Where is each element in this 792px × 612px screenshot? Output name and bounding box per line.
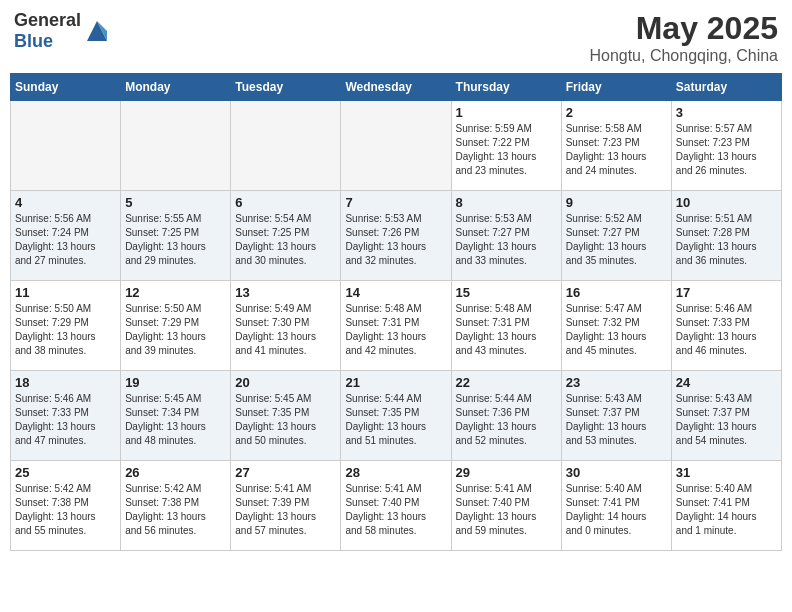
location-label: Hongtu, Chongqing, China xyxy=(589,47,778,65)
weekday-header-sunday: Sunday xyxy=(11,74,121,101)
calendar-cell: 9Sunrise: 5:52 AM Sunset: 7:27 PM Daylig… xyxy=(561,191,671,281)
month-year-title: May 2025 xyxy=(589,10,778,47)
day-number: 24 xyxy=(676,375,777,390)
logo-text: General Blue xyxy=(14,10,81,52)
day-number: 16 xyxy=(566,285,667,300)
day-detail: Sunrise: 5:46 AM Sunset: 7:33 PM Dayligh… xyxy=(15,392,116,448)
day-detail: Sunrise: 5:40 AM Sunset: 7:41 PM Dayligh… xyxy=(676,482,777,538)
day-detail: Sunrise: 5:57 AM Sunset: 7:23 PM Dayligh… xyxy=(676,122,777,178)
day-detail: Sunrise: 5:41 AM Sunset: 7:40 PM Dayligh… xyxy=(345,482,446,538)
day-number: 30 xyxy=(566,465,667,480)
day-detail: Sunrise: 5:51 AM Sunset: 7:28 PM Dayligh… xyxy=(676,212,777,268)
calendar-cell: 25Sunrise: 5:42 AM Sunset: 7:38 PM Dayli… xyxy=(11,461,121,551)
weekday-header-saturday: Saturday xyxy=(671,74,781,101)
day-number: 6 xyxy=(235,195,336,210)
day-detail: Sunrise: 5:44 AM Sunset: 7:35 PM Dayligh… xyxy=(345,392,446,448)
calendar-cell: 26Sunrise: 5:42 AM Sunset: 7:38 PM Dayli… xyxy=(121,461,231,551)
day-number: 3 xyxy=(676,105,777,120)
logo-blue: Blue xyxy=(14,31,53,51)
calendar-cell xyxy=(11,101,121,191)
day-detail: Sunrise: 5:58 AM Sunset: 7:23 PM Dayligh… xyxy=(566,122,667,178)
day-detail: Sunrise: 5:59 AM Sunset: 7:22 PM Dayligh… xyxy=(456,122,557,178)
day-detail: Sunrise: 5:40 AM Sunset: 7:41 PM Dayligh… xyxy=(566,482,667,538)
day-detail: Sunrise: 5:42 AM Sunset: 7:38 PM Dayligh… xyxy=(125,482,226,538)
day-number: 25 xyxy=(15,465,116,480)
calendar-cell: 16Sunrise: 5:47 AM Sunset: 7:32 PM Dayli… xyxy=(561,281,671,371)
logo: General Blue xyxy=(14,10,111,52)
day-number: 8 xyxy=(456,195,557,210)
day-detail: Sunrise: 5:43 AM Sunset: 7:37 PM Dayligh… xyxy=(676,392,777,448)
day-number: 27 xyxy=(235,465,336,480)
calendar-cell: 27Sunrise: 5:41 AM Sunset: 7:39 PM Dayli… xyxy=(231,461,341,551)
day-number: 31 xyxy=(676,465,777,480)
calendar-cell xyxy=(121,101,231,191)
day-detail: Sunrise: 5:41 AM Sunset: 7:40 PM Dayligh… xyxy=(456,482,557,538)
logo-general: General xyxy=(14,10,81,30)
day-detail: Sunrise: 5:56 AM Sunset: 7:24 PM Dayligh… xyxy=(15,212,116,268)
calendar-cell: 17Sunrise: 5:46 AM Sunset: 7:33 PM Dayli… xyxy=(671,281,781,371)
week-row-2: 4Sunrise: 5:56 AM Sunset: 7:24 PM Daylig… xyxy=(11,191,782,281)
page-header: General Blue May 2025 Hongtu, Chongqing,… xyxy=(10,10,782,65)
day-number: 23 xyxy=(566,375,667,390)
day-number: 5 xyxy=(125,195,226,210)
day-number: 14 xyxy=(345,285,446,300)
calendar-cell: 28Sunrise: 5:41 AM Sunset: 7:40 PM Dayli… xyxy=(341,461,451,551)
weekday-header-wednesday: Wednesday xyxy=(341,74,451,101)
calendar-cell: 24Sunrise: 5:43 AM Sunset: 7:37 PM Dayli… xyxy=(671,371,781,461)
day-number: 7 xyxy=(345,195,446,210)
calendar-cell: 22Sunrise: 5:44 AM Sunset: 7:36 PM Dayli… xyxy=(451,371,561,461)
calendar-cell: 21Sunrise: 5:44 AM Sunset: 7:35 PM Dayli… xyxy=(341,371,451,461)
calendar-table: SundayMondayTuesdayWednesdayThursdayFrid… xyxy=(10,73,782,551)
calendar-cell: 20Sunrise: 5:45 AM Sunset: 7:35 PM Dayli… xyxy=(231,371,341,461)
day-number: 22 xyxy=(456,375,557,390)
calendar-cell: 8Sunrise: 5:53 AM Sunset: 7:27 PM Daylig… xyxy=(451,191,561,281)
calendar-cell: 15Sunrise: 5:48 AM Sunset: 7:31 PM Dayli… xyxy=(451,281,561,371)
calendar-cell: 1Sunrise: 5:59 AM Sunset: 7:22 PM Daylig… xyxy=(451,101,561,191)
week-row-5: 25Sunrise: 5:42 AM Sunset: 7:38 PM Dayli… xyxy=(11,461,782,551)
day-number: 28 xyxy=(345,465,446,480)
day-number: 13 xyxy=(235,285,336,300)
calendar-cell: 23Sunrise: 5:43 AM Sunset: 7:37 PM Dayli… xyxy=(561,371,671,461)
day-number: 18 xyxy=(15,375,116,390)
day-detail: Sunrise: 5:53 AM Sunset: 7:26 PM Dayligh… xyxy=(345,212,446,268)
day-number: 19 xyxy=(125,375,226,390)
day-detail: Sunrise: 5:43 AM Sunset: 7:37 PM Dayligh… xyxy=(566,392,667,448)
day-number: 29 xyxy=(456,465,557,480)
calendar-cell: 31Sunrise: 5:40 AM Sunset: 7:41 PM Dayli… xyxy=(671,461,781,551)
day-number: 2 xyxy=(566,105,667,120)
day-detail: Sunrise: 5:53 AM Sunset: 7:27 PM Dayligh… xyxy=(456,212,557,268)
day-number: 10 xyxy=(676,195,777,210)
day-detail: Sunrise: 5:48 AM Sunset: 7:31 PM Dayligh… xyxy=(345,302,446,358)
calendar-cell: 19Sunrise: 5:45 AM Sunset: 7:34 PM Dayli… xyxy=(121,371,231,461)
calendar-cell xyxy=(231,101,341,191)
day-detail: Sunrise: 5:42 AM Sunset: 7:38 PM Dayligh… xyxy=(15,482,116,538)
day-number: 9 xyxy=(566,195,667,210)
day-number: 15 xyxy=(456,285,557,300)
day-detail: Sunrise: 5:41 AM Sunset: 7:39 PM Dayligh… xyxy=(235,482,336,538)
day-detail: Sunrise: 5:48 AM Sunset: 7:31 PM Dayligh… xyxy=(456,302,557,358)
day-detail: Sunrise: 5:54 AM Sunset: 7:25 PM Dayligh… xyxy=(235,212,336,268)
day-number: 20 xyxy=(235,375,336,390)
day-detail: Sunrise: 5:52 AM Sunset: 7:27 PM Dayligh… xyxy=(566,212,667,268)
weekday-header-thursday: Thursday xyxy=(451,74,561,101)
day-detail: Sunrise: 5:44 AM Sunset: 7:36 PM Dayligh… xyxy=(456,392,557,448)
title-block: May 2025 Hongtu, Chongqing, China xyxy=(589,10,778,65)
day-number: 12 xyxy=(125,285,226,300)
day-detail: Sunrise: 5:50 AM Sunset: 7:29 PM Dayligh… xyxy=(125,302,226,358)
calendar-cell: 6Sunrise: 5:54 AM Sunset: 7:25 PM Daylig… xyxy=(231,191,341,281)
day-detail: Sunrise: 5:46 AM Sunset: 7:33 PM Dayligh… xyxy=(676,302,777,358)
week-row-1: 1Sunrise: 5:59 AM Sunset: 7:22 PM Daylig… xyxy=(11,101,782,191)
day-number: 1 xyxy=(456,105,557,120)
calendar-cell: 13Sunrise: 5:49 AM Sunset: 7:30 PM Dayli… xyxy=(231,281,341,371)
day-detail: Sunrise: 5:49 AM Sunset: 7:30 PM Dayligh… xyxy=(235,302,336,358)
calendar-cell: 14Sunrise: 5:48 AM Sunset: 7:31 PM Dayli… xyxy=(341,281,451,371)
day-detail: Sunrise: 5:55 AM Sunset: 7:25 PM Dayligh… xyxy=(125,212,226,268)
week-row-4: 18Sunrise: 5:46 AM Sunset: 7:33 PM Dayli… xyxy=(11,371,782,461)
day-detail: Sunrise: 5:45 AM Sunset: 7:34 PM Dayligh… xyxy=(125,392,226,448)
day-number: 11 xyxy=(15,285,116,300)
day-detail: Sunrise: 5:50 AM Sunset: 7:29 PM Dayligh… xyxy=(15,302,116,358)
weekday-header-tuesday: Tuesday xyxy=(231,74,341,101)
logo-icon xyxy=(83,17,111,45)
calendar-cell: 18Sunrise: 5:46 AM Sunset: 7:33 PM Dayli… xyxy=(11,371,121,461)
calendar-cell: 10Sunrise: 5:51 AM Sunset: 7:28 PM Dayli… xyxy=(671,191,781,281)
